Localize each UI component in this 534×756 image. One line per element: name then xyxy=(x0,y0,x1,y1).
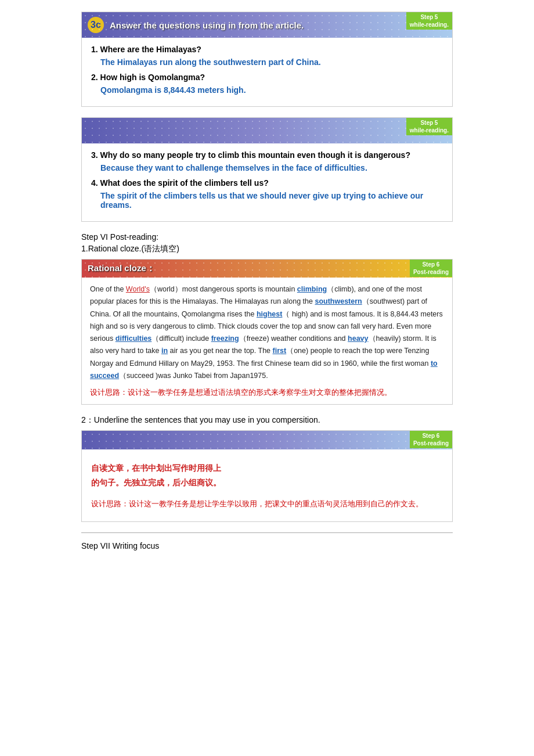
reading-body: 自读文章，在书中划出写作时用得上 的句子。先独立完成，后小组商议。 设计思路：设… xyxy=(82,449,452,521)
cloze-worlds: World's xyxy=(126,285,150,293)
cloze-in: in xyxy=(161,347,168,355)
rational-cloze-box: Rational cloze： Step 6 Post-reading One … xyxy=(81,259,453,405)
section2-body: 3. Why do so many people try to climb th… xyxy=(82,143,452,221)
step-vii-label: Step VII Writing focus xyxy=(81,541,453,550)
cloze-first: first xyxy=(273,347,287,355)
question2-title: 2. How high is Qomolangma? xyxy=(91,73,443,82)
step-vi-label: Step VI Post-reading: xyxy=(81,232,453,242)
section2-step-badge: Step 5 while-reading. xyxy=(406,118,452,135)
reading-cn-text: 自读文章，在书中划出写作时用得上 的句子。先独立完成，后小组商议。 xyxy=(91,461,443,490)
reading-box: Step 6 Post-reading 自读文章，在书中划出写作时用得上 的句子… xyxy=(81,430,453,522)
section2-box: Step 5 while-reading. 3. Why do so many … xyxy=(81,117,453,222)
question1-answer: The Himalayas run along the southwestern… xyxy=(100,57,443,67)
cloze-heavy: heavy xyxy=(348,334,368,343)
cloze-climbing: climbing xyxy=(297,285,327,293)
rational-cloze-title: Rational cloze： xyxy=(88,263,446,274)
section1-header-title: Answer the questions using in from the a… xyxy=(110,20,304,30)
bottom-divider xyxy=(81,532,453,533)
section1-body: 1. Where are the Himalayas? The Himalaya… xyxy=(82,38,452,106)
section1-step-badge: Step 5 while-reading. xyxy=(406,12,452,30)
section1-header: 3c Answer the questions using in from th… xyxy=(82,12,452,38)
question3-title: 3. Why do so many people try to climb th… xyxy=(91,150,443,160)
rational-cloze-header: Rational cloze： Step 6 Post-reading xyxy=(82,260,452,278)
cloze-body: One of the World's（world）most dangerous … xyxy=(82,278,452,404)
reading-design-note: 设计思路：设计这一教学任务是想让学生学以致用，把课文中的重点语句灵活地用到自己的… xyxy=(91,498,443,510)
cloze-freezing: freezing xyxy=(211,334,239,343)
question4-title: 4. What does the spirit of the climbers … xyxy=(91,178,443,188)
section1-box: 3c Answer the questions using in from th… xyxy=(81,12,453,107)
cloze-succeed: to succeed xyxy=(90,359,438,380)
cloze-southwestern: southwestern xyxy=(315,297,362,305)
section2-header: Step 5 while-reading. xyxy=(82,118,452,143)
question1-title: 1. Where are the Himalayas? xyxy=(91,45,443,54)
reading-step-badge: Step 6 Post-reading xyxy=(410,431,452,448)
question3-answer: Because they want to challenge themselve… xyxy=(100,163,443,172)
underline-section-label: 2：Underline the sentences that you may u… xyxy=(81,415,453,426)
cloze-design-note: 设计思路：设计这一教学任务是想通过语法填空的形式来考察学生对文章的整体把握情况。 xyxy=(90,387,444,398)
question2-answer: Qomolangma is 8,844.43 meters high. xyxy=(100,85,443,95)
3c-badge: 3c xyxy=(88,17,104,33)
step-vi-sublabel: 1.Rational cloze.(语法填空) xyxy=(81,244,453,254)
cloze-highest: highest xyxy=(257,310,282,318)
reading-header: Step 6 Post-reading xyxy=(82,431,452,449)
question4-answer: The spirit of the climbers tells us that… xyxy=(100,191,443,210)
cloze-difficulties: difficulties xyxy=(116,334,152,343)
rational-cloze-step-badge: Step 6 Post-reading xyxy=(410,260,452,277)
